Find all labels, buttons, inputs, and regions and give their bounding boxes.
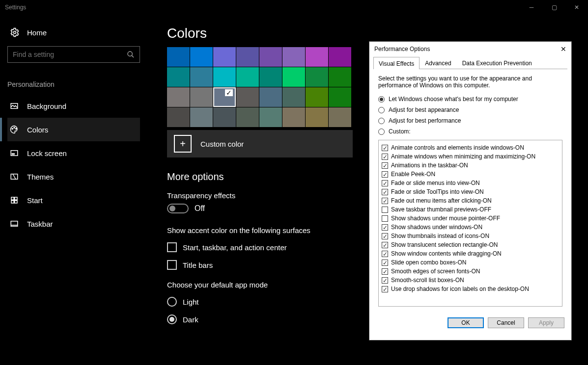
effect-checkbox[interactable]: Show thumbnails instead of icons-ON xyxy=(382,232,559,240)
color-swatch[interactable] xyxy=(259,107,282,127)
color-swatch[interactable] xyxy=(259,67,282,87)
color-swatch[interactable] xyxy=(190,47,213,67)
custom-color-button[interactable]: + Custom color xyxy=(167,130,353,157)
effect-checkbox[interactable]: Fade or slide menus into view-ON xyxy=(382,179,559,187)
titlebar: Settings ─ ▢ ✕ xyxy=(0,0,588,15)
radio-label: Dark xyxy=(183,315,198,324)
color-swatch[interactable] xyxy=(167,67,190,87)
color-swatch[interactable] xyxy=(306,107,328,127)
color-swatch[interactable] xyxy=(306,67,328,87)
effect-checkbox[interactable]: Smooth-scroll list boxes-ON xyxy=(382,276,559,285)
group-label: Personalization xyxy=(7,80,140,88)
dialog-buttons: OK Cancel Apply xyxy=(369,313,571,333)
home-label: Home xyxy=(27,28,47,37)
sidebar-item-colors[interactable]: Colors xyxy=(7,118,140,141)
apply-button[interactable]: Apply xyxy=(528,317,564,328)
effect-checkbox[interactable]: Show translucent selection rectangle-ON xyxy=(382,240,559,249)
color-swatch[interactable] xyxy=(213,47,236,67)
home-link[interactable]: Home xyxy=(7,24,140,46)
color-swatch[interactable] xyxy=(213,107,236,127)
radio-icon xyxy=(167,314,177,324)
checkbox-label: Animate controls and elements inside win… xyxy=(391,143,524,152)
color-swatch[interactable] xyxy=(190,87,213,107)
effect-checkbox[interactable]: Save taskbar thumbnail previews-OFF xyxy=(382,205,559,214)
color-swatch[interactable] xyxy=(282,67,305,87)
checkbox-label: Use drop shadows for icon labels on the … xyxy=(391,285,529,293)
tab-dep[interactable]: Data Execution Prevention xyxy=(457,56,537,69)
radio-icon xyxy=(378,96,385,103)
cancel-button[interactable]: Cancel xyxy=(488,317,524,328)
effect-checkbox[interactable]: Animate windows when minimizing and maxi… xyxy=(382,152,559,161)
radio-label: Adjust for best performance xyxy=(389,117,461,124)
search-icon xyxy=(127,51,135,58)
effect-checkbox[interactable]: Show shadows under windows-ON xyxy=(382,223,559,232)
sidebar-item-background[interactable]: Background xyxy=(7,94,140,118)
checkbox-label: Smooth-scroll list boxes-ON xyxy=(391,276,464,285)
sidebar-item-lockscreen[interactable]: Lock screen xyxy=(7,141,140,165)
effect-checkbox[interactable]: Enable Peek-ON xyxy=(382,170,559,179)
color-swatch[interactable] xyxy=(329,67,351,87)
sidebar-item-start[interactable]: Start xyxy=(7,188,140,212)
maximize-button[interactable]: ▢ xyxy=(543,0,565,15)
checkbox-label: Animations in the taskbar-ON xyxy=(391,161,468,170)
color-swatch[interactable] xyxy=(167,87,190,107)
color-swatch[interactable] xyxy=(306,47,328,67)
color-swatch[interactable] xyxy=(282,87,305,107)
color-swatch[interactable] xyxy=(236,107,259,127)
effect-checkbox[interactable]: Use drop shadows for icon labels on the … xyxy=(382,285,559,293)
perf-radio[interactable]: Let Windows choose what's best for my co… xyxy=(378,96,562,103)
ok-button[interactable]: OK xyxy=(448,317,484,328)
checkbox-icon xyxy=(382,251,388,257)
color-swatch[interactable] xyxy=(306,87,328,107)
tab-visual-effects[interactable]: Visual Effects xyxy=(373,57,420,69)
checkbox-icon xyxy=(382,171,388,178)
color-swatch[interactable] xyxy=(190,67,213,87)
search-box[interactable] xyxy=(7,46,140,63)
color-swatch[interactable] xyxy=(236,47,259,67)
perf-radio[interactable]: Adjust for best appearance xyxy=(378,106,562,113)
color-swatch[interactable] xyxy=(329,87,351,107)
tab-advanced[interactable]: Advanced xyxy=(420,56,456,69)
effect-checkbox[interactable]: Fade or slide ToolTips into view-ON xyxy=(382,187,559,196)
perf-radio[interactable]: Adjust for best performance xyxy=(378,117,562,124)
sidebar-item-label: Background xyxy=(27,102,66,110)
color-swatch[interactable] xyxy=(236,67,259,87)
sidebar: Home Personalization Background Colors L… xyxy=(0,15,147,244)
effect-checkbox[interactable]: Animations in the taskbar-ON xyxy=(382,161,559,170)
color-swatch[interactable] xyxy=(213,87,236,107)
dialog-description: Select the settings you want to use for … xyxy=(378,75,562,89)
color-swatch[interactable] xyxy=(282,47,305,67)
effect-checkbox[interactable]: Fade out menu items after clicking-ON xyxy=(382,196,559,205)
dialog-close-button[interactable]: ✕ xyxy=(560,45,566,53)
effects-list: Animate controls and elements inside win… xyxy=(378,140,562,307)
checkbox-icon xyxy=(382,180,388,186)
color-swatch[interactable] xyxy=(282,107,305,127)
window-title: Settings xyxy=(5,4,26,11)
perf-radio[interactable]: Custom: xyxy=(378,128,562,135)
color-swatch[interactable] xyxy=(236,87,259,107)
effect-checkbox[interactable]: Show window contents while dragging-ON xyxy=(382,249,559,258)
start-icon xyxy=(10,196,19,205)
color-swatch[interactable] xyxy=(329,47,351,67)
effect-checkbox[interactable]: Slide open combo boxes-ON xyxy=(382,258,559,267)
color-swatch[interactable] xyxy=(167,47,190,67)
checkbox-icon xyxy=(382,154,388,160)
search-input[interactable] xyxy=(13,51,127,58)
effect-checkbox[interactable]: Show shadows under mouse pointer-OFF xyxy=(382,214,559,223)
checkbox-icon xyxy=(382,242,388,248)
color-swatch[interactable] xyxy=(190,107,213,127)
close-button[interactable]: ✕ xyxy=(565,0,588,15)
sidebar-item-taskbar[interactable]: Taskbar xyxy=(7,212,140,235)
toggle-state: Off xyxy=(195,204,205,213)
sidebar-item-themes[interactable]: Themes xyxy=(7,165,140,188)
sidebar-item-label: Lock screen xyxy=(27,149,67,157)
color-swatch[interactable] xyxy=(259,47,282,67)
effect-checkbox[interactable]: Animate controls and elements inside win… xyxy=(382,143,559,152)
color-swatch[interactable] xyxy=(259,87,282,107)
color-swatch[interactable] xyxy=(329,107,351,127)
minimize-button[interactable]: ─ xyxy=(520,0,543,15)
sidebar-item-label: Themes xyxy=(27,173,54,181)
color-swatch[interactable] xyxy=(213,67,236,87)
effect-checkbox[interactable]: Smooth edges of screen fonts-ON xyxy=(382,267,559,276)
color-swatch[interactable] xyxy=(167,107,190,127)
